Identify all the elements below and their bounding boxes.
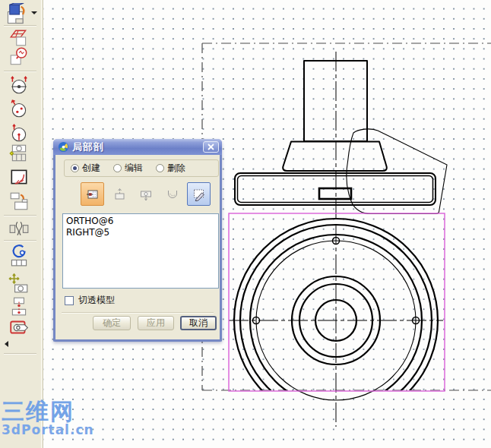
radio-delete[interactable]: 删除 bbox=[156, 162, 185, 175]
broken-view-icon[interactable] bbox=[8, 218, 30, 239]
standard-views-icon[interactable] bbox=[8, 143, 30, 164]
toolbar-edge bbox=[41, 0, 42, 448]
view-label-icon[interactable] bbox=[8, 317, 30, 338]
apply-button: 应用 bbox=[138, 316, 174, 330]
cut-through-checkbox[interactable] bbox=[65, 296, 74, 305]
left-toolbar bbox=[0, 0, 43, 448]
detail-zoom-icon[interactable] bbox=[8, 46, 30, 68]
direction-arrow-button bbox=[107, 182, 131, 206]
ok-button: 确定 bbox=[93, 316, 131, 330]
pick-section-point-icon bbox=[86, 188, 100, 201]
sketch-spline-button[interactable] bbox=[187, 182, 211, 206]
rotate-view-x-icon[interactable] bbox=[8, 74, 30, 96]
rotate-view-y-icon[interactable] bbox=[8, 122, 30, 144]
toolbar-separator bbox=[4, 25, 36, 27]
cut-through-label: 切透模型 bbox=[78, 294, 115, 307]
pick-section-point-button[interactable] bbox=[81, 182, 104, 206]
toolbar-separator bbox=[4, 215, 36, 216]
close-icon[interactable] bbox=[203, 141, 219, 153]
dialog-titlebar[interactable]: 局部剖 bbox=[53, 139, 222, 155]
radio-edit-circle[interactable] bbox=[113, 164, 122, 172]
radio-delete-label: 删除 bbox=[167, 162, 185, 175]
cut-through-checkbox-row[interactable]: 切透模型 bbox=[65, 294, 115, 307]
list-item[interactable]: RIGHT@5 bbox=[66, 227, 215, 238]
projection-view-icon[interactable] bbox=[8, 191, 30, 212]
radio-delete-circle[interactable] bbox=[156, 164, 164, 172]
wave-profile-button bbox=[160, 182, 184, 206]
section-list[interactable]: ORTHO@6 RIGHT@5 bbox=[62, 213, 219, 289]
sketch-spline-icon bbox=[192, 188, 206, 201]
radio-create-label: 创建 bbox=[82, 162, 100, 175]
detail-grid-icon[interactable] bbox=[8, 243, 30, 267]
dialog-title: 局部剖 bbox=[72, 140, 104, 154]
depth-point-icon bbox=[139, 188, 153, 201]
toolbar-flyout-arrow-icon[interactable] bbox=[5, 341, 8, 347]
list-item[interactable]: ORTHO@6 bbox=[66, 216, 215, 227]
app-logo-icon bbox=[58, 141, 69, 153]
toolbar-separator bbox=[4, 71, 36, 72]
new-view-dropdown-icon[interactable] bbox=[31, 11, 37, 14]
rotate-view-z-icon[interactable] bbox=[8, 98, 30, 119]
radio-edit-label: 编辑 bbox=[125, 162, 143, 175]
move-view-icon[interactable] bbox=[8, 273, 30, 295]
radio-edit[interactable]: 编辑 bbox=[113, 162, 143, 175]
radio-create-circle[interactable] bbox=[71, 164, 79, 172]
cancel-button[interactable]: 取消 bbox=[180, 316, 217, 330]
sheet-setup-icon[interactable] bbox=[8, 27, 30, 49]
section-view-icon[interactable] bbox=[8, 166, 30, 188]
radio-create[interactable]: 创建 bbox=[71, 162, 100, 175]
depth-point-button bbox=[134, 182, 157, 206]
direction-arrow-icon bbox=[112, 188, 126, 201]
mode-groupbox: 创建 编辑 删除 bbox=[64, 159, 219, 177]
section-tools-row bbox=[81, 182, 211, 206]
dialog-separator bbox=[62, 312, 214, 314]
centerline-icon[interactable] bbox=[8, 295, 30, 317]
toolbar-separator bbox=[4, 240, 36, 241]
wave-profile-icon bbox=[166, 188, 179, 201]
local-section-dialog: 局部剖 创建 编辑 删除 bbox=[53, 139, 222, 342]
new-view-icon[interactable] bbox=[5, 3, 30, 26]
app-window: 局部剖 创建 编辑 删除 bbox=[0, 0, 491, 448]
toolbar-separator bbox=[4, 353, 36, 355]
